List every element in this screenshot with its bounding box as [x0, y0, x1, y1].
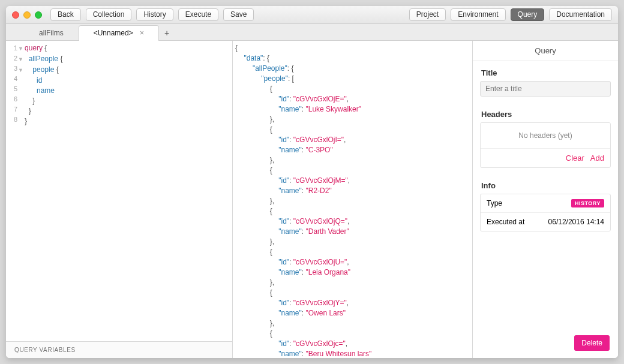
info-executed-value: 06/12/2016 14:14: [548, 218, 604, 226]
query-editor[interactable]: 1 2 3 4 5 6 7 8 ▼query { ▼ allPeople { ▼…: [6, 41, 232, 341]
tab-bar: allFilms <Unnamed> × +: [6, 24, 618, 41]
environment-button[interactable]: Environment: [451, 8, 505, 21]
titlebar: Back Collection History Execute Save Pro…: [6, 6, 618, 24]
code-token: query: [25, 44, 44, 52]
headers-box: No headers (yet) Clear Add: [480, 122, 611, 168]
gutter-line: 6: [6, 94, 17, 104]
fold-icon[interactable]: ▼: [18, 55, 24, 65]
code-token: }: [25, 117, 27, 125]
query-panel-button[interactable]: Query: [511, 8, 545, 21]
gutter-line: 2: [6, 53, 17, 64]
clear-headers-link[interactable]: Clear: [566, 154, 584, 163]
code-token: }: [25, 107, 31, 115]
window-controls: [12, 11, 42, 19]
fold-icon[interactable]: ▼: [18, 44, 24, 54]
minimize-window-icon[interactable]: [23, 11, 31, 19]
tab-allfilms[interactable]: allFilms: [24, 25, 79, 40]
history-button[interactable]: History: [136, 8, 173, 21]
results-json[interactable]: { "data": { "allPeople": { "people": [ {…: [233, 41, 472, 358]
code-token: {: [56, 65, 59, 74]
type-badge: HISTORY: [571, 199, 604, 207]
sidebar-title: Query: [473, 41, 618, 61]
info-section-label: Info: [473, 174, 618, 194]
documentation-button[interactable]: Documentation: [549, 8, 612, 21]
collection-button[interactable]: Collection: [86, 8, 132, 21]
app-window: Back Collection History Execute Save Pro…: [6, 6, 618, 358]
delete-button[interactable]: Delete: [574, 335, 610, 351]
tab-label: <Unnamed>: [94, 29, 133, 37]
query-variables-bar[interactable]: QUERY VARIABLES: [6, 341, 232, 358]
info-executed-label: Executed at: [487, 218, 524, 226]
gutter-line: 7: [6, 104, 17, 115]
results-pane: { "data": { "allPeople": { "people": [ {…: [233, 41, 473, 358]
editor-gutter: 1 2 3 4 5 6 7 8: [6, 41, 21, 341]
gutter-line: 8: [6, 115, 17, 125]
gutter-line: 3: [6, 64, 17, 74]
fold-icon[interactable]: ▼: [18, 65, 24, 76]
project-button[interactable]: Project: [409, 8, 446, 21]
headers-section-label: Headers: [473, 103, 618, 122]
code-token: {: [60, 55, 62, 63]
main-body: 1 2 3 4 5 6 7 8 ▼query { ▼ allPeople { ▼…: [6, 41, 618, 358]
close-window-icon[interactable]: [12, 11, 19, 19]
code-token: name: [25, 86, 55, 95]
add-tab-button[interactable]: +: [159, 28, 175, 40]
info-row-executed: Executed at 06/12/2016 14:14: [481, 213, 610, 231]
gutter-line: 4: [6, 74, 17, 84]
tab-unnamed[interactable]: <Unnamed> ×: [79, 25, 159, 40]
gutter-line: 1: [6, 43, 17, 53]
info-row-type: Type HISTORY: [481, 194, 610, 213]
code-token: people: [25, 65, 56, 74]
zoom-window-icon[interactable]: [35, 11, 42, 19]
code-token: id: [25, 76, 42, 85]
code-token: allPeople: [25, 55, 60, 63]
back-button[interactable]: Back: [50, 8, 81, 21]
title-section-label: Title: [473, 61, 618, 81]
gutter-line: 5: [6, 84, 17, 94]
sidebar: Query Title Headers No headers (yet) Cle…: [473, 41, 618, 358]
info-table: Type HISTORY Executed at 06/12/2016 14:1…: [480, 194, 611, 231]
headers-actions: Clear Add: [481, 149, 610, 167]
editor-code[interactable]: ▼query { ▼ allPeople { ▼ people { id nam…: [21, 41, 232, 341]
info-type-label: Type: [487, 199, 502, 207]
save-button[interactable]: Save: [223, 8, 254, 21]
title-input[interactable]: [480, 81, 611, 97]
add-header-link[interactable]: Add: [590, 154, 604, 163]
execute-button[interactable]: Execute: [178, 8, 218, 21]
code-token: }: [25, 97, 35, 105]
code-token: {: [44, 44, 47, 52]
close-tab-icon[interactable]: ×: [140, 29, 144, 37]
headers-empty-text: No headers (yet): [481, 123, 610, 149]
query-editor-pane: 1 2 3 4 5 6 7 8 ▼query { ▼ allPeople { ▼…: [6, 41, 233, 358]
